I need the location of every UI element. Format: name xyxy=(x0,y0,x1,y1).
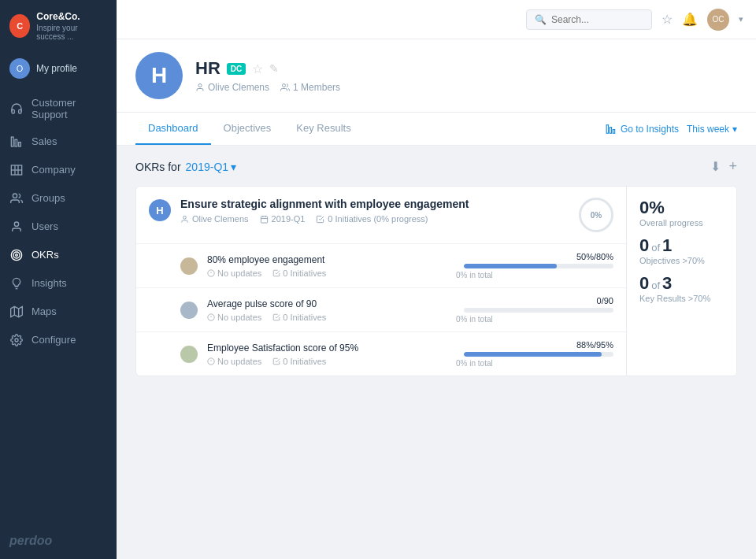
svg-rect-20 xyxy=(613,129,614,133)
main-content: 🔍 ☆ 🔔 OC ▾ H HR DC ☆ ✎ xyxy=(117,0,756,559)
kr-initiatives: 0 Initiatives xyxy=(272,268,326,278)
sidebar-item-label: Groups xyxy=(32,192,65,204)
company-logo: C xyxy=(9,14,30,38)
key-results-list: 80% employee engagement No updates xyxy=(136,243,626,376)
user-avatar[interactable]: OC xyxy=(707,9,729,31)
user-icon xyxy=(9,220,24,234)
group-avatar: H xyxy=(135,52,183,99)
svg-point-10 xyxy=(13,252,20,258)
topbar: 🔍 ☆ 🔔 OC ▾ xyxy=(117,0,756,39)
stats-panel: 0% Overall progress 0 of 1 Objectives >7… xyxy=(626,187,736,376)
kr-progress-bar-wrap xyxy=(464,264,613,268)
sidebar-item-groups[interactable]: Groups xyxy=(0,184,117,213)
sidebar-item-okrs[interactable]: OKRs xyxy=(0,241,117,269)
kr-progress-total: 0% in total xyxy=(456,315,493,324)
sidebar-item-label: Users xyxy=(32,220,58,232)
star-icon[interactable]: ☆ xyxy=(252,61,263,76)
group-badge: DC xyxy=(227,63,246,75)
tab-key-results[interactable]: Key Results xyxy=(284,113,363,145)
sidebar-item-configure[interactable]: Configure xyxy=(0,326,117,354)
tab-dashboard[interactable]: Dashboard xyxy=(135,113,211,145)
perdoo-logo: perdoo xyxy=(9,534,107,548)
edit-icon[interactable]: ✎ xyxy=(269,62,279,75)
objective-title: Ensure strategic alignment with employee… xyxy=(180,198,569,210)
group-members: 1 Members xyxy=(280,82,340,93)
gear-icon xyxy=(9,333,24,347)
download-button[interactable]: ⬇ xyxy=(710,159,721,174)
kr-no-updates: No updates xyxy=(207,313,261,322)
objective-header: H Ensure strategic alignment with employ… xyxy=(136,187,626,243)
building-icon xyxy=(9,163,24,177)
sidebar-item-company[interactable]: Company xyxy=(0,156,117,184)
objective-avatar: H xyxy=(149,199,171,221)
okr-card: H Ensure strategic alignment with employ… xyxy=(135,186,737,376)
chart-bar-icon xyxy=(9,135,24,149)
star-icon[interactable]: ☆ xyxy=(662,12,673,27)
tab-actions: Go to Insights This week ▾ xyxy=(606,124,737,135)
profile-name: My profile xyxy=(36,63,77,74)
add-okr-button[interactable]: + xyxy=(728,158,737,175)
sidebar-item-label: OKRs xyxy=(32,249,59,261)
key-result-item: Employee Satisfaction score of 95% No up… xyxy=(136,332,626,376)
headset-icon xyxy=(9,102,24,116)
sidebar-item-maps[interactable]: Maps xyxy=(0,298,117,326)
overall-progress-value: 0% xyxy=(639,198,724,218)
sidebar-item-users[interactable]: Users xyxy=(0,213,117,241)
kr-title: Employee Satisfaction score of 95% xyxy=(207,342,447,354)
objectives-total: 1 xyxy=(662,235,672,256)
kr-progress: 0/90 0% in total xyxy=(456,296,613,324)
sidebar-nav: Customer Support Sales Company Groups Us… xyxy=(0,85,117,523)
svg-point-16 xyxy=(198,84,202,87)
my-profile-item[interactable]: O My profile xyxy=(0,52,117,85)
key-results-total: 3 xyxy=(662,273,672,294)
sidebar-item-customer-support[interactable]: Customer Support xyxy=(0,90,117,128)
go-insights-button[interactable]: Go to Insights xyxy=(606,124,679,135)
svg-point-15 xyxy=(15,339,18,342)
sidebar-item-sales[interactable]: Sales xyxy=(0,128,117,156)
chevron-down-icon[interactable]: ▾ xyxy=(739,14,743,24)
lightbulb-icon xyxy=(9,276,24,291)
kr-progress: 88%/95% 0% in total xyxy=(456,340,613,368)
bell-icon[interactable]: 🔔 xyxy=(682,12,698,27)
kr-progress-bar xyxy=(464,264,557,268)
search-input[interactable] xyxy=(551,14,643,25)
objective-initiatives: 0 Initiatives (0% progress) xyxy=(316,214,428,224)
svg-rect-18 xyxy=(606,124,608,133)
kr-progress-total: 0% in total xyxy=(456,271,493,280)
overall-progress-stat: 0% Overall progress xyxy=(639,198,724,228)
kr-progress-total: 0% in total xyxy=(456,359,493,368)
svg-rect-1 xyxy=(15,139,17,146)
objectives-stat: 0 of 1 Objectives >70% xyxy=(639,235,724,265)
group-header: H HR DC ☆ ✎ Olive Clemens 1 Members xyxy=(117,39,756,113)
content-area: H HR DC ☆ ✎ Olive Clemens 1 Members xyxy=(117,39,756,559)
kr-title: Average pulse score of 90 xyxy=(207,298,447,309)
key-results-stat: 0 of 3 Key Results >70% xyxy=(639,273,724,303)
sidebar-item-label: Maps xyxy=(32,305,57,317)
kr-progress-bar-wrap xyxy=(464,308,613,313)
company-name: Core&Co. xyxy=(36,11,107,24)
sidebar-header: C Core&Co. Inspire your success ... xyxy=(0,0,117,52)
svg-rect-22 xyxy=(261,216,267,222)
kr-avatar xyxy=(180,346,198,363)
group-owner: Olive Clemens xyxy=(195,82,269,93)
kr-no-updates: No updates xyxy=(207,357,261,366)
okr-period-selector[interactable]: 2019-Q1 ▾ xyxy=(186,161,236,173)
search-box[interactable]: 🔍 xyxy=(526,9,652,30)
chevron-down-icon: ▾ xyxy=(231,161,236,173)
kr-progress-bar xyxy=(464,352,602,357)
this-week-button[interactable]: This week ▾ xyxy=(687,124,737,135)
key-result-item: Average pulse score of 90 No updates xyxy=(136,288,626,332)
map-icon xyxy=(9,305,24,319)
objective-period: 2019-Q1 xyxy=(260,214,306,224)
sidebar-item-label: Company xyxy=(32,164,76,176)
tab-objectives[interactable]: Objectives xyxy=(211,113,284,145)
search-icon: 🔍 xyxy=(535,14,547,25)
objectives-of: of xyxy=(651,242,660,254)
objectives-label: Objectives >70% xyxy=(639,256,724,265)
svg-rect-2 xyxy=(19,142,21,146)
sidebar-item-insights[interactable]: Insights xyxy=(0,269,117,298)
svg-point-7 xyxy=(13,194,17,198)
kr-progress-bar-wrap xyxy=(464,352,613,357)
svg-point-17 xyxy=(283,84,286,87)
overall-progress-label: Overall progress xyxy=(639,218,724,228)
